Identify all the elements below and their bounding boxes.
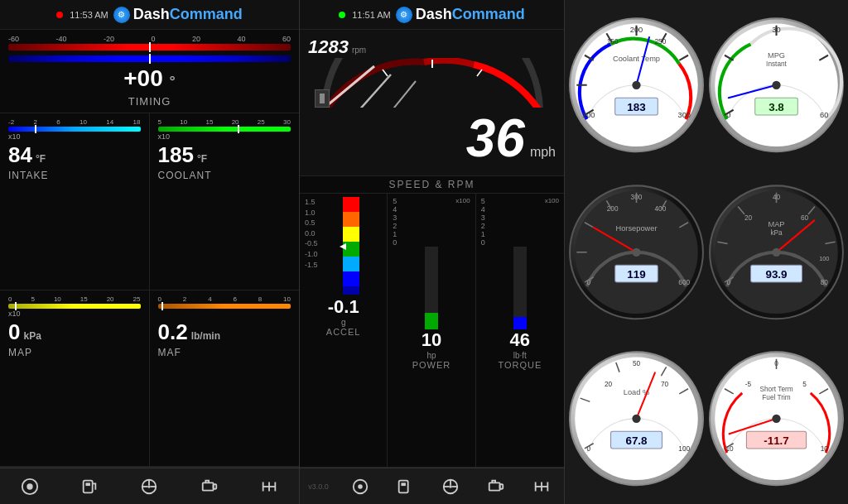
svg-text:Horsepower: Horsepower	[616, 224, 658, 233]
mid-nav-trans[interactable]	[526, 474, 557, 499]
rpm-arc	[308, 58, 556, 108]
svg-rect-29	[343, 271, 359, 286]
mid-nav-fuel[interactable]	[389, 474, 421, 499]
middle-logo: ⚙ DashCommand	[396, 6, 525, 23]
svg-text:93.9: 93.9	[765, 267, 787, 280]
svg-line-20	[477, 70, 482, 76]
version-label: v3.0.0	[306, 481, 330, 492]
svg-rect-10	[213, 484, 216, 489]
recording-dot-middle	[339, 12, 345, 18]
maf-value: 0.2lb/min	[158, 319, 292, 345]
nav-fuel[interactable]	[74, 474, 105, 499]
left-header: 11:53 AM ⚙ DashCommand	[0, 0, 299, 30]
svg-rect-28	[343, 257, 359, 271]
coolant-bar	[158, 127, 292, 132]
torque-cell: 5 4 3 2 1 0 x100 46 lb·ft TORQUE	[476, 194, 564, 467]
speed-value: 36	[466, 108, 525, 169]
nav-engine[interactable]	[194, 474, 225, 499]
svg-text:3.8: 3.8	[768, 101, 784, 113]
mid-nav-engine[interactable]	[480, 474, 512, 499]
speed-rpm-section: 1283 rpm	[300, 30, 564, 176]
nav-transmission[interactable]	[253, 474, 285, 499]
sensor-grid: -226101418 x10 84°F INTAKE 51015202530 x…	[0, 113, 299, 468]
power-value: 10	[393, 329, 470, 351]
intake-label: INTAKE	[8, 170, 141, 181]
accel-cell: 1.5 1.0 0.5 0.0 -0.5 -1.0 -1.5	[300, 194, 388, 467]
gauge-map-kpa: 0 20 40 60 80 100 MAP kPa 93.9	[708, 170, 845, 334]
map-label: MAP	[8, 347, 141, 358]
svg-text:MAP: MAP	[768, 220, 784, 228]
svg-text:Instant: Instant	[766, 60, 787, 68]
mid-nav-steering[interactable]	[435, 474, 466, 499]
maf-bar	[158, 304, 292, 309]
svg-point-70	[632, 81, 640, 89]
map-cell: 0510152025 x10 0kPa MAP	[0, 290, 150, 468]
svg-text:kPa: kPa	[770, 229, 783, 237]
power-label: POWER	[393, 360, 470, 370]
gauge-coolant-temp: 100 200 300 150 250 Coolant Temp 183	[568, 3, 705, 167]
svg-rect-38	[399, 480, 408, 492]
speed-rpm-label: SPEED & RPM	[300, 176, 564, 194]
svg-rect-33	[425, 313, 438, 329]
coolant-needle	[238, 125, 239, 133]
svg-text:100: 100	[678, 445, 690, 453]
svg-rect-46	[499, 484, 503, 489]
svg-point-141	[632, 415, 640, 423]
map-bar	[8, 304, 141, 309]
gauge-mpg: 0 30 60 MPG Instant 3.8	[708, 3, 845, 167]
svg-rect-30	[343, 286, 359, 295]
recording-dot-left	[56, 12, 63, 18]
svg-line-19	[383, 70, 388, 76]
svg-point-1	[26, 483, 32, 489]
svg-text:60: 60	[820, 111, 828, 119]
mid-nav-car[interactable]	[344, 474, 376, 499]
gauge-horsepower: 0 300 600 200 400 Horsepower 119	[568, 170, 705, 334]
intake-cell: -226101418 x10 84°F INTAKE	[0, 113, 150, 290]
power-cell: 5 4 3 2 1 0 x100 10 hp POWER	[388, 194, 475, 467]
svg-text:67.8: 67.8	[625, 434, 648, 447]
svg-text:-5: -5	[745, 381, 752, 388]
timing-needle-top	[149, 42, 151, 52]
coolant-label: COOLANT	[158, 170, 292, 181]
maf-cell: 0246810 0.2lb/min MAF	[150, 290, 300, 468]
logo-text-middle: DashCommand	[416, 6, 525, 23]
svg-text:70: 70	[661, 381, 669, 388]
power-unit: hp	[393, 351, 470, 360]
logo-icon-middle: ⚙	[396, 7, 412, 23]
logo-icon-left: ⚙	[113, 7, 130, 23]
svg-text:60: 60	[801, 214, 809, 221]
svg-line-23	[391, 81, 416, 108]
right-panel: 100 200 300 150 250 Coolant Temp 183 0 3…	[565, 0, 848, 504]
gauge-fuel-trim: -10 -5 0 5 10 Short Term Fuel Trim -11.7	[708, 337, 845, 501]
map-needle	[15, 302, 17, 310]
svg-point-104	[632, 247, 640, 256]
svg-point-158	[772, 415, 780, 423]
svg-text:600: 600	[678, 279, 690, 286]
nav-car[interactable]	[14, 474, 46, 499]
svg-text:200: 200	[630, 26, 643, 34]
timing-value: +00 °	[8, 65, 291, 92]
svg-point-5	[148, 485, 152, 488]
svg-text:20: 20	[605, 381, 613, 388]
maf-label: MAF	[158, 347, 292, 358]
svg-rect-25	[343, 212, 359, 227]
svg-text:150: 150	[607, 38, 619, 46]
accel-value: -0.1	[305, 296, 382, 318]
svg-text:10: 10	[821, 445, 829, 453]
svg-rect-2	[84, 480, 93, 492]
nav-steering[interactable]	[133, 474, 165, 499]
torque-bar-visual	[481, 247, 559, 329]
svg-text:250: 250	[654, 38, 666, 46]
svg-text:119: 119	[627, 267, 645, 280]
svg-rect-35	[513, 317, 527, 329]
svg-rect-3	[86, 482, 91, 486]
svg-text:50: 50	[633, 360, 641, 367]
timing-bar-top	[8, 44, 291, 50]
accel-bar-visual	[321, 197, 383, 296]
speed-unit: mph	[530, 145, 556, 160]
svg-text:Fuel Trim: Fuel Trim	[762, 394, 791, 401]
svg-rect-26	[343, 227, 359, 242]
intake-needle	[35, 125, 36, 133]
accel-label: ACCEL	[305, 327, 382, 337]
rpm-label: rpm	[352, 46, 366, 55]
